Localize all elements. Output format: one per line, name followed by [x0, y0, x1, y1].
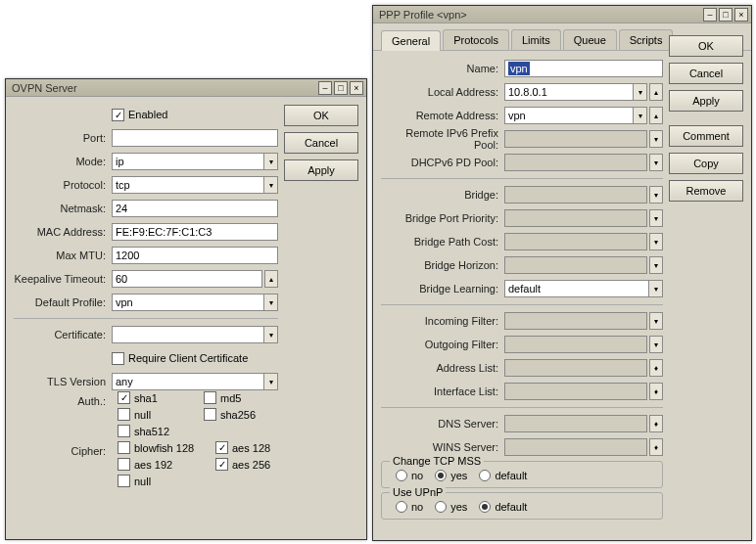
updown-icon[interactable]: ♦ [649, 383, 663, 400]
triangle-up-icon[interactable]: ▴ [649, 83, 663, 101]
triangle-down-icon[interactable]: ▾ [649, 336, 663, 353]
bridge-learning-input[interactable]: default [504, 280, 649, 297]
profile-input[interactable]: vpn [112, 294, 264, 311]
auth-sha512-checkbox[interactable] [118, 425, 130, 437]
remove-button[interactable]: Remove [669, 180, 743, 202]
cipher-aes192-checkbox[interactable] [118, 458, 130, 471]
ovpn-title: OVPN Server [9, 82, 316, 94]
dhcp-pool-input[interactable] [504, 154, 647, 171]
tab-general[interactable]: General [381, 30, 441, 51]
maximize-icon[interactable]: □ [334, 81, 348, 95]
netmask-label: Netmask: [14, 203, 112, 214]
netmask-input[interactable]: 24 [112, 200, 278, 217]
triangle-down-icon[interactable]: ▾ [649, 186, 663, 204]
require-cert-label: Require Client Certificate [128, 352, 248, 364]
close-icon[interactable]: × [350, 81, 363, 95]
triangle-down-icon[interactable]: ▾ [649, 130, 663, 148]
comment-button[interactable]: Comment [669, 125, 743, 147]
address-list-input[interactable] [504, 359, 647, 377]
chevron-down-icon[interactable]: ▾ [649, 280, 663, 297]
prefix-pool-input[interactable] [504, 130, 647, 148]
tcpmss-default-radio[interactable] [479, 470, 491, 481]
bridge-horizon-input[interactable] [504, 256, 647, 274]
bridge-learning-label: Bridge Learning: [381, 283, 504, 295]
ovpn-server-window: OVPN Server – □ × OK Cancel Apply Enable… [5, 78, 367, 540]
apply-button[interactable]: Apply [284, 159, 358, 181]
updown-icon[interactable]: ♦ [649, 359, 663, 377]
triangle-down-icon[interactable]: ▾ [649, 256, 663, 274]
protocol-input[interactable]: tcp [112, 176, 264, 194]
cipher-null-checkbox[interactable] [118, 475, 130, 487]
chevron-down-icon[interactable]: ▾ [264, 176, 278, 194]
ok-button[interactable]: OK [669, 35, 743, 57]
dns-server-input[interactable] [504, 415, 647, 432]
triangle-up-icon[interactable]: ▴ [264, 270, 278, 288]
profile-label: Default Profile: [14, 296, 112, 308]
apply-button[interactable]: Apply [669, 90, 743, 112]
bridge-input[interactable] [504, 186, 647, 204]
outgoing-filter-input[interactable] [504, 336, 647, 353]
cert-input[interactable] [112, 326, 264, 343]
wins-server-input[interactable] [504, 438, 647, 456]
triangle-down-icon[interactable]: ▾ [649, 209, 663, 227]
upnp-default-radio[interactable] [479, 501, 491, 513]
tab-protocols[interactable]: Protocols [443, 29, 509, 50]
ppp-title: PPP Profile <vpn> [376, 9, 701, 21]
cancel-button[interactable]: Cancel [284, 132, 358, 154]
local-address-label: Local Address: [381, 86, 504, 98]
chevron-down-icon[interactable]: ▾ [264, 373, 278, 390]
chevron-down-icon[interactable]: ▾ [634, 107, 647, 124]
updown-icon[interactable]: ♦ [649, 438, 663, 456]
updown-icon[interactable]: ♦ [649, 415, 663, 432]
cipher-aes128-checkbox[interactable] [215, 441, 228, 454]
cipher-blowfish-checkbox[interactable] [118, 441, 130, 454]
bridge-path-cost-input[interactable] [504, 233, 647, 250]
auth-sha256-checkbox[interactable] [204, 408, 216, 421]
chevron-down-icon[interactable]: ▾ [264, 153, 278, 170]
chevron-down-icon[interactable]: ▾ [264, 294, 278, 311]
auth-sha1-checkbox[interactable] [118, 391, 130, 404]
tab-limits[interactable]: Limits [511, 29, 561, 50]
bridge-port-priority-input[interactable] [504, 209, 647, 227]
tab-scripts[interactable]: Scripts [619, 29, 674, 50]
local-address-input[interactable]: 10.8.0.1 [504, 83, 634, 101]
ppp-button-column: OK Cancel Apply Comment Copy Remove [669, 35, 743, 207]
minimize-icon[interactable]: – [703, 8, 717, 22]
incoming-filter-input[interactable] [504, 312, 647, 330]
ok-button[interactable]: OK [284, 105, 358, 126]
require-cert-checkbox[interactable] [112, 352, 124, 365]
copy-button[interactable]: Copy [669, 153, 743, 174]
port-input[interactable] [112, 129, 278, 147]
triangle-down-icon[interactable]: ▾ [649, 154, 663, 171]
triangle-down-icon[interactable]: ▾ [649, 233, 663, 250]
upnp-yes-radio[interactable] [435, 501, 447, 513]
tcpmss-yes-radio[interactable] [435, 470, 447, 481]
interface-list-input[interactable] [504, 383, 647, 400]
name-input[interactable]: vpn [504, 60, 663, 77]
close-icon[interactable]: × [734, 8, 748, 22]
mtu-input[interactable]: 1200 [112, 247, 278, 264]
interface-list-label: Interface List: [381, 385, 504, 397]
chevron-down-icon[interactable]: ▾ [634, 83, 647, 101]
triangle-down-icon[interactable]: ▾ [649, 312, 663, 330]
auth-null-checkbox[interactable] [118, 408, 130, 421]
auth-md5-checkbox[interactable] [204, 391, 216, 404]
minimize-icon[interactable]: – [318, 81, 332, 95]
bridge-label: Bridge: [381, 189, 504, 201]
tcpmss-no-radio[interactable] [396, 470, 407, 481]
enabled-checkbox[interactable] [112, 109, 124, 121]
name-label: Name: [381, 63, 504, 74]
maximize-icon[interactable]: □ [719, 8, 732, 22]
remote-address-input[interactable]: vpn [504, 107, 634, 124]
tab-queue[interactable]: Queue [563, 29, 617, 50]
chevron-down-icon[interactable]: ▾ [264, 326, 278, 343]
upnp-no-radio[interactable] [396, 501, 407, 513]
mac-input[interactable]: FE:F9:EC:7F:C1:C3 [112, 223, 278, 241]
cancel-button[interactable]: Cancel [669, 63, 743, 84]
tls-input[interactable]: any [112, 373, 264, 390]
cipher-aes256-checkbox[interactable] [215, 458, 228, 471]
keepalive-input[interactable]: 60 [112, 270, 262, 288]
mode-input[interactable]: ip [112, 153, 264, 170]
enabled-label: Enabled [128, 109, 167, 120]
triangle-up-icon[interactable]: ▴ [649, 107, 663, 124]
